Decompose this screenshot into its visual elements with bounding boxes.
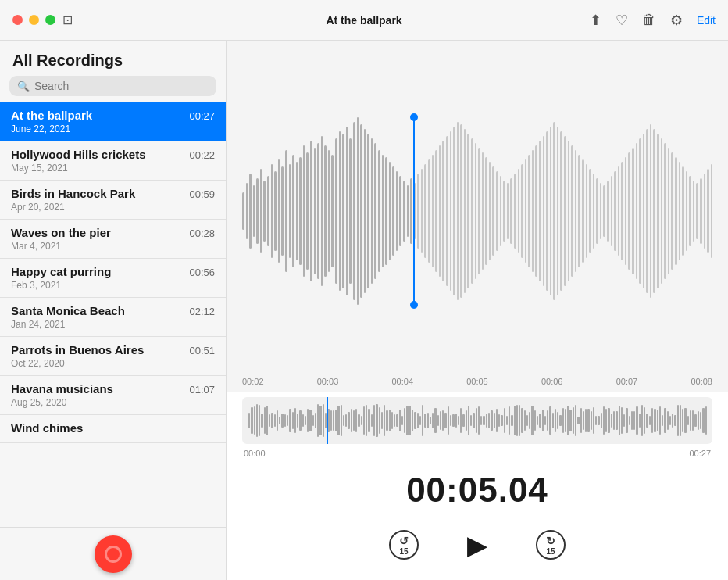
waveform-bar [281,166,284,256]
item-date: Jan 24, 2021 [11,319,215,330]
mini-bar [531,406,533,435]
waveform-bar [603,185,605,237]
mini-playhead[interactable] [327,397,328,444]
waveform-bar [417,174,419,249]
time-label: 00:02 [242,377,264,386]
waveform-bar [471,138,473,284]
mini-bar [353,410,355,430]
waveform-bar [521,164,523,258]
recording-item[interactable]: Havana musicians 01:07 Aug 25, 2020 [0,376,226,415]
waveform-bar [514,174,516,249]
search-input[interactable] [34,80,209,92]
mini-bar [348,412,349,429]
playhead-top-handle[interactable] [410,113,418,121]
waveform-bar [707,169,709,253]
mini-bar [524,410,526,430]
mini-bar [409,406,411,435]
recording-item[interactable]: At the ballpark 00:27 June 22, 2021 [0,102,226,141]
record-button[interactable] [95,535,132,573]
mini-bar [567,406,569,435]
edit-button[interactable]: Edit [697,14,716,27]
mini-bar [674,415,676,426]
mini-bar [692,410,694,431]
mini-bar [682,409,683,432]
content-area: 00:0200:0300:0400:0500:0600:0700:08 00:0… [227,41,728,580]
waveform-bar [428,159,430,263]
skip-back-button[interactable]: ↺ 15 [389,530,419,560]
mini-bar [452,414,454,428]
recording-item[interactable]: Parrots in Buenos Aires 00:51 Oct 22, 20… [0,337,226,376]
recording-item[interactable]: Birds in Hancock Park 00:59 Apr 20, 2021 [0,181,226,220]
mini-bar [427,413,429,428]
mini-bar [462,414,464,427]
waveform-bar [589,169,591,253]
waveform-bar [510,178,512,244]
waveform-bar [535,145,537,277]
waveform-bar [389,162,391,260]
settings-icon[interactable]: ⚙ [670,12,683,29]
recording-item[interactable]: Wind chimes [0,415,226,443]
item-name: At the ballpark [11,109,92,122]
waveform-large[interactable] [227,41,728,374]
mini-bar [514,406,516,435]
item-name: Wind chimes [11,421,83,435]
mini-bar [358,414,359,426]
mini-bar [259,405,260,437]
favorite-icon[interactable]: ♡ [616,12,628,29]
time-label: 00:07 [616,377,638,386]
waveform-bar [496,171,498,251]
mini-bar [631,411,633,430]
search-box[interactable]: 🔍 [9,76,216,96]
waveform-bar [399,176,401,246]
play-pause-button[interactable]: ▶ [456,524,498,566]
sidebar-toggle-icon[interactable]: ⊡ [62,13,73,27]
mini-bar [521,408,523,433]
waveform-bar [679,162,681,260]
waveform-bar [410,178,412,244]
playhead-bottom-handle[interactable] [410,301,418,309]
waveform-bar [321,136,323,286]
time-label: 00:05 [466,377,488,386]
recording-item[interactable]: Waves on the pier 00:28 Mar 4, 2021 [0,220,226,259]
mini-bar [534,410,536,430]
mini-bar [552,413,554,429]
waveform-bar [711,164,713,258]
item-name: Santa Monica Beach [11,304,125,317]
close-button[interactable] [12,15,23,25]
mini-bar [677,405,679,435]
minimize-button[interactable] [29,15,39,25]
search-icon: 🔍 [17,81,30,92]
recording-item[interactable]: Hollywood Hills crickets 00:22 May 15, 2… [0,141,226,181]
playhead[interactable] [413,117,415,305]
mini-bar [537,416,538,426]
item-duration: 00:59 [189,188,215,200]
waveform-bar [457,122,459,300]
mini-waveform[interactable] [242,397,712,444]
mini-bar [616,411,617,430]
share-icon[interactable]: ⬆ [590,12,601,29]
mini-bar [562,408,564,433]
waveform-bar [260,169,262,253]
recording-item[interactable]: Happy cat purring 00:56 Feb 3, 2021 [0,259,226,298]
mini-bar [667,411,669,429]
waveform-bar [435,150,437,272]
waveform-bar [664,143,666,279]
waveform-bar [700,178,702,244]
recording-item[interactable]: Santa Monica Beach 02:12 Jan 24, 2021 [0,298,226,337]
mini-bar [657,410,658,431]
mini-bar [266,406,268,435]
mini-bar [496,409,498,432]
mini-bar [621,407,623,435]
mini-bar [368,409,369,432]
skip-forward-button[interactable]: ↻ 15 [536,530,566,560]
delete-icon[interactable]: 🗑 [642,12,656,28]
maximize-button[interactable] [45,15,55,25]
skip-back-label: 15 [399,547,408,556]
skip-forward-icon: ↻ [546,535,555,547]
mini-bar [281,414,283,427]
waveform-bar [360,124,362,298]
waveform-bar [285,150,287,272]
mini-bar [376,404,377,436]
mini-bar [659,406,661,434]
mini-bar [636,406,637,435]
